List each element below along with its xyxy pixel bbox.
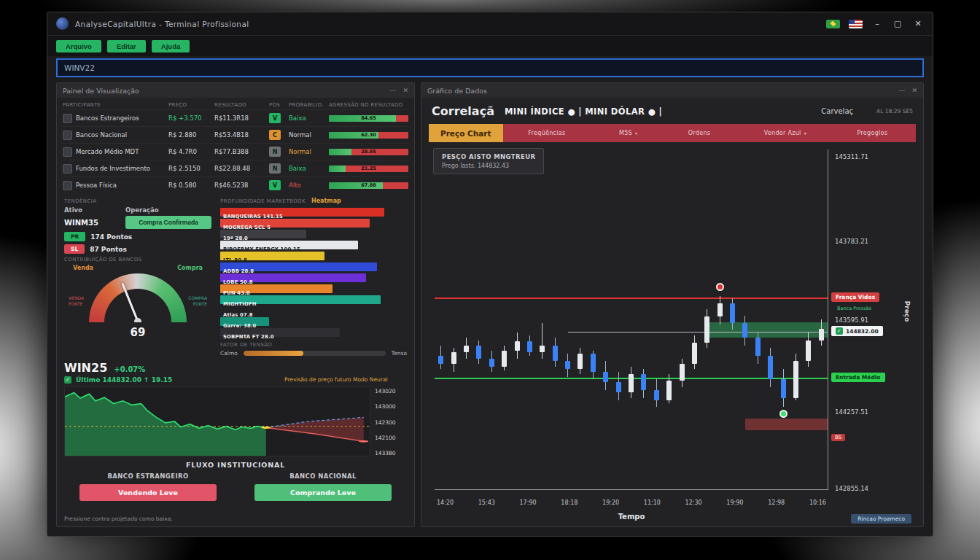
instrument-pair-label: MINI ÍNDICE ● | MINI DÓLAR ● | bbox=[505, 106, 662, 117]
neural-forecast-note: Previsão de preço futuro Modo Neural bbox=[284, 376, 407, 383]
price-axis-label: Preço bbox=[903, 301, 911, 322]
sentiment-gauge: Venda Compra VENDA FORTE COMPRA FORTE 69 bbox=[69, 265, 207, 343]
table-row[interactable]: Fundos de Investimento R$ 2.5150 R$22.88… bbox=[63, 160, 408, 176]
candle-body bbox=[654, 390, 659, 400]
entry-chip: Entrada Médio bbox=[831, 373, 885, 382]
table-row[interactable]: Bancos Estrangeiros R$ +3.570 R$11.3R18 … bbox=[63, 109, 408, 126]
participant-result: R$46.5238 bbox=[214, 182, 265, 189]
table-row[interactable]: Mercado Médio MDT R$ 4.7R0 R$77.B388 N N… bbox=[63, 143, 408, 160]
panel-close-icon[interactable]: ✕ bbox=[402, 87, 408, 94]
price-chip: ✓144832.00 bbox=[831, 326, 883, 336]
chevron-down-icon: ▾ bbox=[804, 131, 806, 136]
y-axis-label: 144257.51 bbox=[835, 408, 868, 416]
menu-arquivo[interactable]: Arquivo bbox=[56, 40, 101, 52]
candle-body bbox=[553, 346, 558, 362]
buy-zone bbox=[709, 322, 828, 338]
marketbook-bar: BIPOERMY ENERGY 100.15 bbox=[220, 240, 407, 250]
tab-vendor-azul[interactable]: Vendor Azul▾ bbox=[764, 130, 806, 136]
tooltip-line2: Prego lasts. 144832.43 bbox=[442, 163, 535, 169]
minimize-button[interactable]: – bbox=[871, 19, 883, 28]
table-row[interactable]: Bancos Nacional R$ 2.880 R$53.4B18 C Nor… bbox=[63, 126, 408, 143]
axis-label: 143380 bbox=[375, 450, 407, 456]
candle-body bbox=[781, 379, 786, 397]
aggression-bar: 62.30 bbox=[329, 132, 408, 139]
aggression-bar: 28.85 bbox=[329, 149, 408, 155]
tab-pregoglos[interactable]: Pregoglos bbox=[857, 130, 890, 136]
panel-close-icon[interactable]: ✕ bbox=[911, 87, 917, 94]
candle-body bbox=[527, 341, 532, 351]
gauge-venda-forte-label: VENDA FORTE bbox=[69, 295, 88, 307]
participant-name: Pessoa Física bbox=[76, 182, 117, 189]
left-panel-header: Painel de Visualização — ✕ bbox=[57, 83, 414, 98]
participant-icon bbox=[63, 181, 72, 190]
x-tick: 10:16 bbox=[809, 499, 826, 506]
bottom-right-badge[interactable]: Rincao Proameco bbox=[851, 514, 911, 524]
panel-minimize-icon[interactable]: — bbox=[898, 87, 905, 94]
sell-zone bbox=[745, 419, 828, 430]
candle-body bbox=[578, 354, 583, 370]
carvelac-label: Carvelaç bbox=[821, 107, 853, 115]
marketbook-bar: MOGREGA SCL 5 bbox=[220, 218, 407, 228]
symbol-input[interactable] bbox=[56, 58, 924, 77]
menu-editar[interactable]: Editar bbox=[107, 40, 146, 52]
y-axis-label: 145311.71 bbox=[835, 153, 868, 160]
window-title: AnalyseCapitalUltra - Terminal Profissio… bbox=[75, 20, 249, 28]
compra-confirmada-button[interactable]: Compra Confirmada bbox=[125, 216, 211, 229]
candle-body bbox=[680, 364, 685, 381]
marketbook-bar: PUN 43.8 bbox=[220, 284, 407, 294]
marketbook-bar: ADBB 28.8 bbox=[220, 262, 407, 272]
candle-body bbox=[641, 374, 646, 390]
vendendo-leve-button[interactable]: Vendendo Leve bbox=[79, 484, 217, 501]
signal-marker bbox=[716, 283, 724, 291]
check-icon: ✓ bbox=[64, 376, 71, 384]
tab-ordens[interactable]: Ordens bbox=[688, 130, 713, 136]
banco-estrangeiro-label: BANCO ESTRANGEIRO bbox=[64, 472, 232, 480]
left-panel-title: Painel de Visualização bbox=[63, 87, 139, 95]
position-badge: N bbox=[269, 147, 281, 157]
candle-body bbox=[540, 346, 545, 352]
right-panel-title: Gráfico de Dados bbox=[427, 87, 487, 95]
win25-last-price: Último 144832.00 ↑ 19.15 bbox=[76, 376, 172, 384]
close-button[interactable]: ✕ bbox=[912, 19, 924, 28]
marketbook-bar: SOBPNTA FT 28.0 bbox=[220, 327, 407, 338]
candle-body bbox=[806, 341, 811, 362]
tempo-axis-title: Tempo bbox=[435, 513, 828, 521]
win25-chart: 143020 143000 142300 142100 143380 bbox=[57, 384, 414, 458]
maximize-button[interactable]: ▢ bbox=[892, 19, 903, 28]
brazil-flag-icon[interactable] bbox=[826, 20, 840, 28]
comprando-leve-button[interactable]: Comprando Leve bbox=[254, 484, 392, 501]
participant-price: R$ +3.570 bbox=[168, 114, 211, 122]
panel-minimize-icon[interactable]: — bbox=[389, 87, 396, 94]
candle-body bbox=[515, 341, 520, 351]
correlation-title: Correlaçã bbox=[432, 104, 494, 118]
tension-tenso-label: Tenso bbox=[392, 350, 407, 357]
tension-slider[interactable] bbox=[244, 351, 386, 356]
fluxo-institucional: FLUXO INSTITUCIONAL BANCO ESTRANGEIRO Ve… bbox=[57, 458, 414, 501]
marketbook-bar: Atlas 07.8 bbox=[220, 306, 407, 316]
tendencia-label: Tendência bbox=[64, 198, 211, 204]
tab-frequencias[interactable]: Freqüências bbox=[528, 130, 568, 136]
col-participante: Participante bbox=[63, 102, 165, 108]
x-tick: 18:18 bbox=[561, 499, 578, 506]
tab-m5s[interactable]: M5S▾ bbox=[619, 130, 637, 136]
aggression-bar: 67.88 bbox=[329, 182, 408, 189]
candle-body bbox=[591, 354, 596, 372]
usa-flag-icon[interactable] bbox=[849, 20, 863, 28]
time-axis: 14:20 15:43 17:90 18:18 19:20 11:10 12:3… bbox=[435, 499, 828, 506]
x-tick: 14:20 bbox=[437, 499, 454, 506]
pr-badge: PR bbox=[64, 232, 85, 241]
candle-body bbox=[565, 361, 570, 369]
session-timestamp: AL 18:29 SE5 bbox=[876, 108, 913, 114]
table-row[interactable]: Pessoa Física R$ 0.580 R$46.5238 V Alto … bbox=[63, 176, 408, 193]
sell-badge: BS bbox=[831, 434, 845, 441]
menu-ajuda[interactable]: Ajuda bbox=[152, 40, 190, 52]
participant-name: Fundos de Investimento bbox=[76, 165, 150, 172]
participant-icon bbox=[63, 114, 72, 123]
participant-price: R$ 0.580 bbox=[168, 182, 211, 189]
tab-preco-chart[interactable]: Preço Chart bbox=[429, 124, 503, 142]
candle-body bbox=[451, 352, 456, 364]
participant-icon bbox=[63, 131, 72, 140]
ativo-label: Ativo bbox=[64, 206, 121, 214]
y-axis-label: 143783.21 bbox=[835, 238, 868, 245]
candle-body bbox=[755, 338, 761, 356]
